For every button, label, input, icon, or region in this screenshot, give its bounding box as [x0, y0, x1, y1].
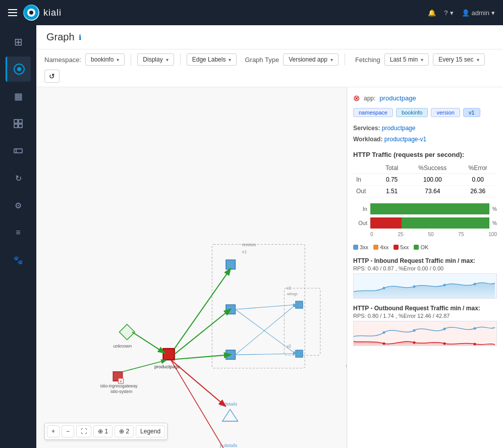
- workload-label: Workload:: [353, 136, 382, 143]
- legend-3xx: 3xx: [353, 244, 368, 250]
- bar-track-out: [370, 217, 489, 229]
- svg-point-52: [383, 287, 385, 290]
- svg-text:✕: ✕: [120, 379, 123, 384]
- svg-rect-26: [226, 305, 235, 314]
- outbound-sparkline-section: HTTP - Outbound Request Traffic min / ma…: [353, 305, 497, 346]
- help-label: ?: [444, 9, 448, 17]
- axis-100: 100: [488, 232, 497, 237]
- svg-point-4: [17, 67, 21, 71]
- page-help-icon[interactable]: ℹ: [79, 33, 81, 41]
- sidebar-item-istio-config[interactable]: ↻: [6, 165, 31, 191]
- notifications-icon[interactable]: 🔔: [428, 9, 436, 17]
- sidebar-item-applications[interactable]: ▦: [6, 84, 31, 109]
- workload-link[interactable]: productpage-v1: [384, 136, 426, 143]
- app-layout: ⊞ ▦ ↻ ⚙ ≡ 🐾 Graph ℹ Namespace: bookinfo …: [0, 25, 503, 448]
- col-direction: [353, 162, 377, 174]
- legend-4xx: 4xx: [373, 244, 388, 250]
- svg-text:p-details: p-details: [220, 443, 238, 448]
- sidebar: ⊞ ▦ ↻ ⚙ ≡ 🐾: [0, 25, 36, 448]
- total-out: 1.51: [377, 186, 406, 197]
- sidebar-item-extensions[interactable]: 🐾: [6, 247, 31, 272]
- graph-type-value: Versioned app: [289, 56, 327, 63]
- display-dropdown[interactable]: Display ▾: [137, 53, 174, 66]
- legend-button[interactable]: Legend: [136, 425, 165, 437]
- outbound-sparkline-title: HTTP - Outbound Request Traffic min / ma…: [353, 305, 497, 312]
- legend-color-ok: [414, 245, 419, 250]
- zoom-out-button[interactable]: −: [62, 425, 74, 437]
- display-chevron-icon: ▾: [166, 57, 169, 63]
- sidebar-item-distributed-tracing[interactable]: ⚙: [6, 193, 31, 218]
- legend-color-5xx: [394, 245, 399, 250]
- error-out: 26.36: [459, 186, 497, 197]
- axis-75: 75: [458, 232, 464, 237]
- svg-point-62: [443, 343, 446, 345]
- edge-labels-dropdown[interactable]: Edge Labels ▾: [187, 53, 237, 66]
- success-out: 73.64: [406, 186, 459, 197]
- direction-out: Out: [353, 186, 377, 197]
- legend-label-4xx: 4xx: [380, 244, 388, 250]
- svg-point-60: [383, 343, 385, 345]
- svg-rect-5: [14, 120, 18, 123]
- svg-text:v1: v1: [242, 249, 247, 254]
- edge-labels-label: Edge Labels: [192, 56, 226, 63]
- svg-point-2: [29, 11, 33, 15]
- layout2-button[interactable]: ⊕ 2: [115, 425, 134, 437]
- svg-rect-18: [163, 349, 174, 360]
- edge-labels-chevron-icon: ▾: [229, 57, 231, 63]
- namespace-dropdown[interactable]: bookinfo ▾: [85, 53, 125, 66]
- graph-type-dropdown[interactable]: Versioned app ▾: [283, 53, 339, 66]
- bar-label-out: Out: [353, 220, 367, 226]
- bar-label-in: In: [353, 206, 367, 212]
- svg-rect-8: [19, 124, 22, 128]
- tag-namespace: namespace: [353, 108, 393, 117]
- last-5min-dropdown[interactable]: Last 5 min ▾: [384, 53, 429, 66]
- svg-point-61: [413, 342, 416, 344]
- panel-tags: namespace bookinfo version v1: [353, 108, 497, 117]
- table-row-out: Out 1.51 73.64 26.36: [353, 186, 497, 197]
- every15sec-chevron-icon: ▾: [477, 57, 479, 63]
- legend-label-ok: OK: [420, 244, 428, 250]
- main-content: Graph ℹ Namespace: bookinfo ▾ Display ▾ …: [36, 25, 503, 448]
- app-link[interactable]: productpage: [379, 94, 416, 102]
- sidebar-item-list[interactable]: ≡: [6, 220, 31, 245]
- help-menu[interactable]: ? ▾: [444, 9, 453, 17]
- col-success: %Success: [406, 162, 459, 174]
- sidebar-item-graph[interactable]: [6, 57, 31, 82]
- services-link[interactable]: productpage: [382, 125, 416, 132]
- bar-axis: 0 25 50 75 100: [353, 232, 497, 237]
- http-traffic-table: Total %Success %Error In 0.75 100.00 0.0…: [353, 162, 497, 197]
- svg-text:unknown: unknown: [113, 344, 132, 349]
- zoom-in-button[interactable]: +: [47, 425, 60, 437]
- layout1-label: 1: [104, 428, 108, 435]
- legend-5xx: 5xx: [394, 244, 409, 250]
- namespace-value: bookinfo: [91, 56, 114, 63]
- tag-version: version: [431, 108, 460, 117]
- bar-pct-sign-out: %: [492, 220, 497, 226]
- table-row-in: In 0.75 100.00 0.00: [353, 174, 497, 186]
- col-total: Total: [377, 162, 406, 174]
- col-error: %Error: [459, 162, 497, 174]
- svg-text:mongodb: mongodb: [346, 364, 347, 368]
- http-section-title: HTTP Traffic (requests per second):: [353, 151, 497, 158]
- sidebar-item-services[interactable]: [6, 138, 31, 163]
- graph-type-chevron-icon: ▾: [330, 57, 333, 63]
- user-menu[interactable]: 👤 admin ▾: [462, 9, 495, 17]
- sidebar-item-workloads[interactable]: [6, 111, 31, 136]
- svg-point-55: [474, 283, 476, 286]
- page-header: Graph ℹ: [36, 25, 503, 49]
- every-15sec-dropdown[interactable]: Every 15 sec ▾: [433, 53, 484, 66]
- svg-point-54: [443, 284, 446, 287]
- graph-canvas[interactable]: v1 reviews unknown productpage istio-ing…: [36, 87, 347, 448]
- svg-rect-6: [19, 120, 22, 123]
- inbound-sparkline-svg: [354, 274, 496, 299]
- every-15sec-value: Every 15 sec: [438, 56, 473, 63]
- bar-track-in: [370, 203, 489, 214]
- layout1-button[interactable]: ⊕ 1: [93, 425, 113, 437]
- error-icon: ⊗: [353, 93, 360, 103]
- refresh-button[interactable]: ↺: [44, 70, 60, 83]
- outbound-sparkline-rps: RPS: 0.80 / 1.74 , %Error 12.46 / 42.87: [353, 313, 497, 319]
- sidebar-item-overview[interactable]: ⊞: [6, 29, 31, 54]
- hamburger-menu[interactable]: [8, 9, 17, 16]
- fit-graph-button[interactable]: ⛶: [76, 425, 91, 437]
- inbound-sparkline: [353, 273, 497, 299]
